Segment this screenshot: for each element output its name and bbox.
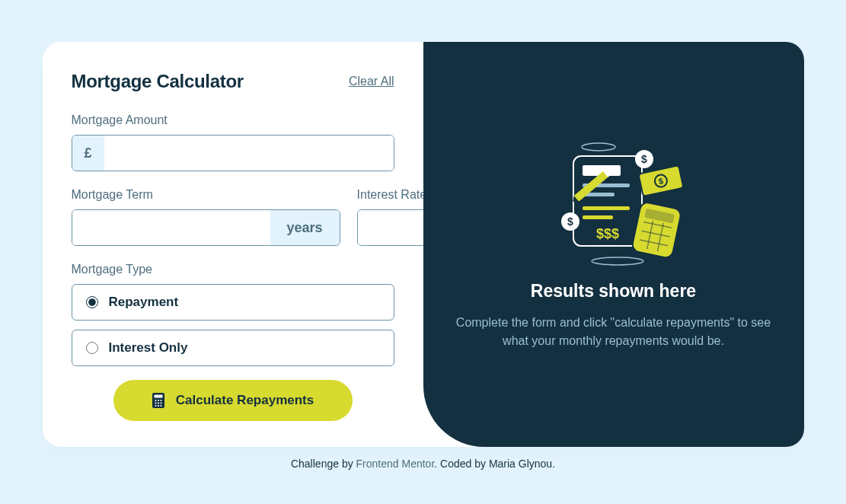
- amount-label: Mortgage Amount: [72, 113, 394, 127]
- form-panel: Mortgage Calculator Clear All Mortgage A…: [43, 42, 423, 447]
- svg-text:$: $: [567, 215, 573, 228]
- svg-point-2: [155, 400, 156, 401]
- amount-input[interactable]: [104, 136, 394, 171]
- amount-input-group: £: [72, 135, 394, 171]
- svg-rect-16: [583, 206, 630, 210]
- term-input-group: years: [72, 209, 340, 246]
- term-rate-row: Mortgage Term years Interest Rate %: [72, 188, 394, 263]
- footer-prefix: Challenge by: [291, 458, 356, 470]
- empty-results-illustration-icon: $$$ $ $ $: [541, 139, 686, 269]
- type-radio-interest-only[interactable]: [86, 342, 98, 354]
- svg-point-8: [155, 405, 156, 407]
- svg-text:$$$: $$$: [596, 226, 619, 241]
- results-description: Complete the form and click "calculate r…: [454, 314, 774, 350]
- svg-rect-1: [154, 395, 162, 398]
- svg-rect-17: [583, 215, 613, 219]
- term-suffix: years: [270, 210, 340, 245]
- clear-all-link[interactable]: Clear All: [349, 75, 394, 88]
- svg-point-36: [592, 257, 643, 265]
- type-option-interest-only[interactable]: Interest Only: [72, 330, 394, 366]
- results-panel: $$$ $ $ $: [423, 42, 804, 447]
- svg-point-9: [158, 405, 159, 407]
- svg-point-3: [158, 400, 159, 401]
- calculator-icon: [152, 392, 165, 409]
- type-label: Mortgage Type: [72, 263, 394, 276]
- type-option-label: Interest Only: [109, 340, 188, 356]
- term-label: Mortgage Term: [72, 188, 340, 202]
- svg-text:$: $: [641, 153, 647, 165]
- footer-suffix: . Coded by Maria Glynou.: [434, 458, 555, 470]
- results-title: Results shown here: [531, 281, 696, 301]
- amount-prefix: £: [72, 136, 104, 171]
- footer-link[interactable]: Frontend Mentor: [356, 458, 435, 470]
- form-header: Mortgage Calculator Clear All: [72, 71, 394, 92]
- svg-point-6: [158, 402, 159, 404]
- type-radio-repayment[interactable]: [86, 296, 98, 308]
- calculate-button[interactable]: Calculate Repayments: [113, 380, 353, 421]
- term-col: Mortgage Term years: [72, 188, 340, 263]
- page-title: Mortgage Calculator: [72, 71, 244, 92]
- svg-point-10: [160, 405, 161, 407]
- type-option-repayment[interactable]: Repayment: [72, 284, 394, 321]
- svg-point-11: [582, 143, 615, 151]
- svg-point-4: [160, 400, 161, 401]
- calculate-button-label: Calculate Repayments: [176, 393, 314, 408]
- calculator-card: Mortgage Calculator Clear All Mortgage A…: [43, 42, 804, 447]
- type-option-label: Repayment: [109, 295, 179, 310]
- svg-point-7: [160, 402, 161, 404]
- term-input[interactable]: [72, 210, 270, 245]
- attribution-footer: Challenge by Frontend Mentor. Coded by M…: [291, 458, 555, 470]
- svg-point-5: [155, 402, 156, 404]
